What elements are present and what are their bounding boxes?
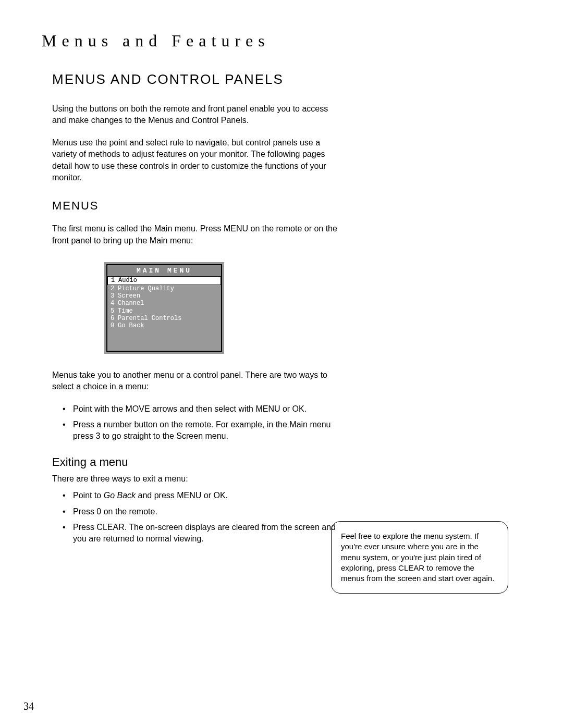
chapter-title: Menus and Features [42,31,521,51]
list-item: Press 0 on the remote. [63,506,344,517]
section-heading: MENUS AND CONTROL PANELS [52,71,344,88]
page-number: 34 [23,700,34,712]
list-item: Point with the MOVE arrows and then sele… [63,403,344,415]
main-menu-items: 1Audio2Picture Quality3Screen4Channel5Ti… [107,276,221,351]
menu-item: 3Screen [107,292,221,300]
list-item: Press a number button on the remote. For… [63,419,344,442]
list-item: Point to Go Back and press MENU or OK. [63,490,344,501]
main-menu-figure: MAIN MENU 1Audio2Picture Quality3Screen4… [104,262,224,354]
main-menu-panel: MAIN MENU 1Audio2Picture Quality3Screen4… [106,264,222,352]
menus-paragraph-1: The first menu is called the Main menu. … [52,223,344,246]
exiting-paragraph: There are three ways to exit a menu: [52,473,344,485]
intro-paragraph-1: Using the buttons on both the remote and… [52,103,344,127]
tip-box: Feel free to explore the menu system. If… [331,521,508,594]
menu-item: 0Go Back [107,322,221,329]
exit-bullet-list: Point to Go Back and press MENU or OK.Pr… [63,490,344,545]
menus-paragraph-2: Menus take you to another menu or a cont… [52,369,344,393]
list-item: Press CLEAR. The on-screen displays are … [63,522,344,545]
intro-paragraph-2: Menus use the point and select rule to n… [52,137,344,184]
menus-heading: MENUS [52,199,344,213]
select-bullet-list: Point with the MOVE arrows and then sele… [63,403,344,442]
main-menu-title: MAIN MENU [107,265,221,276]
menu-item: 5Time [107,307,221,315]
content-column: MENUS AND CONTROL PANELS Using the butto… [52,71,344,545]
menu-item: 2Picture Quality [107,285,221,292]
exiting-heading: Exiting a menu [52,455,344,469]
menu-item: 6Parental Controls [107,315,221,322]
menu-item: 4Channel [107,300,221,307]
menu-item: 1Audio [107,276,221,285]
